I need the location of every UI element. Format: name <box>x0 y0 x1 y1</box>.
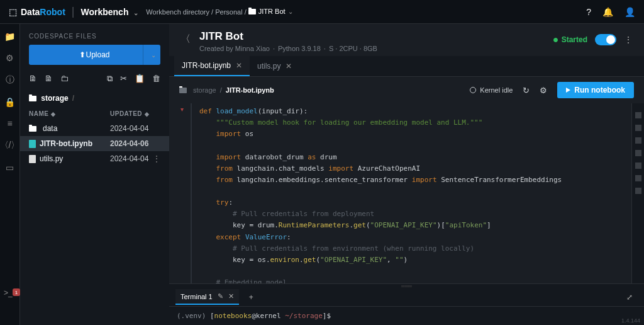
code-icon[interactable]: 〈/〉 <box>0 140 19 151</box>
play-icon <box>566 88 570 93</box>
breadcrumb-dir[interactable]: Workbench directory <box>146 8 209 16</box>
terminal-body[interactable]: (.venv) [notebooks@kernel ~/storage]$ <box>169 307 644 325</box>
new-folder-icon[interactable]: 🗀 <box>60 74 69 84</box>
back-button[interactable]: 〈 <box>180 33 191 46</box>
lock-icon[interactable]: 🔒 <box>4 97 15 107</box>
file-date: 2024-04-04 <box>110 154 153 163</box>
info-icon[interactable]: ⓘ <box>6 74 14 86</box>
breadcrumb-personal[interactable]: Personal <box>215 8 242 16</box>
status-badge: Started <box>553 35 587 44</box>
chevron-down-icon: ⌄ <box>288 8 293 15</box>
file-date: 2024-04-06 <box>110 139 153 148</box>
settings-icon[interactable]: ⚙ <box>6 53 14 63</box>
delete-icon[interactable]: 🗑 <box>152 74 160 84</box>
file-row-data[interactable]: data 2024-04-04 <box>20 121 169 136</box>
version-label: 1.4.144 <box>621 317 640 324</box>
breadcrumb-current[interactable]: JITR Bot ⌄ <box>248 8 293 15</box>
paste-icon[interactable]: 📋 <box>135 74 145 84</box>
more-menu[interactable]: ⋮ <box>624 35 633 45</box>
tab-jitr-bot[interactable]: JITR-bot.ipynb ✕ <box>174 56 250 76</box>
status-dot-icon <box>553 38 558 42</box>
archive-icon[interactable]: ▭ <box>6 162 14 173</box>
terminal-panel: ═══ Terminal 1 ✎ ✕ + ⤢ (.venv) [notebook… <box>169 283 644 325</box>
restart-kernel-icon[interactable]: ↻ <box>523 86 530 95</box>
close-icon[interactable]: ✕ <box>228 292 234 300</box>
project-header: 〈 JITR Bot Created by Minna Xiao·Python … <box>169 24 644 56</box>
rail-marker-icon[interactable] <box>635 175 641 181</box>
notebook-breadcrumb: storage / JITR-bot.ipynb <box>179 86 274 94</box>
activity-rail: 📁 ⚙ ⓘ 🔒 ≡ 〈/〉 ▭ <box>0 24 20 325</box>
logo-text-robot: Robot <box>40 7 65 17</box>
upload-label: Upload <box>86 50 109 59</box>
file-row-jitr-bot[interactable]: JITR-bot.ipynb 2024-04-06 <box>20 136 169 151</box>
file-row-utils[interactable]: utils.py 2024-04-04 ⋮ <box>20 151 169 166</box>
expand-terminal-icon[interactable]: ⤢ <box>621 290 638 304</box>
kernel-status[interactable]: Kernel idle <box>470 86 513 94</box>
rail-marker-icon[interactable] <box>635 112 641 118</box>
explorer-icon[interactable]: 📁 <box>4 31 15 42</box>
close-icon[interactable]: ✕ <box>236 61 242 70</box>
prompt-path: ~/storage <box>285 312 323 320</box>
notebook-icon <box>29 140 36 148</box>
copy-icon[interactable]: ⧉ <box>107 74 113 84</box>
new-file-icon[interactable]: 🗎 <box>29 74 37 84</box>
new-notebook-icon[interactable]: 🗎 <box>45 74 53 84</box>
notifications-icon[interactable]: 🔔 <box>602 7 613 17</box>
terminal-tab-1[interactable]: Terminal 1 ✎ ✕ <box>175 289 239 305</box>
chevron-down-icon: ⌄ <box>133 9 138 16</box>
rail-marker-icon[interactable] <box>635 125 641 131</box>
rail-marker-icon[interactable] <box>635 137 641 144</box>
topbar-actions: ? 🔔 👤 <box>586 7 635 17</box>
project-creator: Created by Minna Xiao <box>199 45 270 52</box>
editor-tabs: JITR-bot.ipynb ✕ utils.py ✕ <box>169 56 644 77</box>
file-name: data <box>43 124 57 133</box>
logo-icon: ⬚ <box>9 7 17 17</box>
edit-icon[interactable]: ✎ <box>218 292 223 300</box>
col-name[interactable]: NAME◆ <box>29 110 110 117</box>
console-badge: 1 <box>13 288 20 296</box>
tab-utils[interactable]: utils.py ✕ <box>250 56 299 76</box>
prompt-venv: (.venv) <box>177 312 206 320</box>
add-terminal-button[interactable]: + <box>244 290 258 304</box>
rail-marker-icon[interactable] <box>635 162 641 169</box>
help-icon[interactable]: ? <box>586 7 591 17</box>
divider: | <box>72 5 75 18</box>
file-name: JITR-bot.ipynb <box>40 139 92 148</box>
file-date: 2024-04-04 <box>110 124 153 133</box>
project-meta: Created by Minna Xiao·Python 3.9.18·S · … <box>199 45 553 52</box>
status-text: Started <box>562 35 587 44</box>
upload-icon: ⬆ <box>79 50 86 59</box>
row-menu[interactable]: ⋮ <box>153 154 160 163</box>
nb-bc-file: JITR-bot.ipynb <box>226 86 274 94</box>
upload-dropdown[interactable]: ⌄ <box>143 45 160 65</box>
rail-marker-icon[interactable] <box>635 150 641 156</box>
close-icon[interactable]: ✕ <box>286 62 292 71</box>
run-toggle[interactable] <box>595 34 616 45</box>
terminal-tab-label: Terminal 1 <box>180 293 213 300</box>
settings-icon[interactable]: ⚙ <box>540 86 547 95</box>
run-notebook-button[interactable]: Run notebook <box>557 82 634 98</box>
main-area: 〈 JITR Bot Created by Minna Xiao·Python … <box>169 24 644 325</box>
col-updated[interactable]: UPDATED◆ <box>110 110 160 117</box>
logo[interactable]: ⬚ DataRobot <box>9 7 65 17</box>
tab-label: JITR-bot.ipynb <box>182 61 231 70</box>
cell-marker-icon: ▾ <box>180 106 184 113</box>
chevron-down-icon: ⌄ <box>151 52 156 59</box>
project-title: JITR Bot <box>199 30 553 43</box>
console-icon[interactable]: >_ <box>4 288 13 297</box>
user-icon[interactable]: 👤 <box>625 7 635 17</box>
tab-label: utils.py <box>257 62 280 71</box>
storage-folder[interactable]: storage/ <box>20 90 169 106</box>
nb-bc-folder[interactable]: storage <box>193 86 216 94</box>
upload-button[interactable]: ⬆ Upload ⌄ <box>29 45 160 65</box>
file-columns-header: NAME◆ UPDATED◆ <box>20 106 169 121</box>
rail-marker-icon[interactable] <box>635 188 641 194</box>
project-resources: S · 2CPU · 8GB <box>329 45 377 52</box>
breadcrumb: Workbench directory / Personal / JITR Bo… <box>146 8 292 16</box>
file-name: utils.py <box>40 154 63 163</box>
run-label: Run notebook <box>574 86 625 94</box>
app-name: Workbench <box>80 7 128 17</box>
list-icon[interactable]: ≡ <box>7 118 12 128</box>
app-switcher[interactable]: Workbench ⌄ <box>80 7 138 17</box>
cut-icon[interactable]: ✂ <box>120 74 127 84</box>
